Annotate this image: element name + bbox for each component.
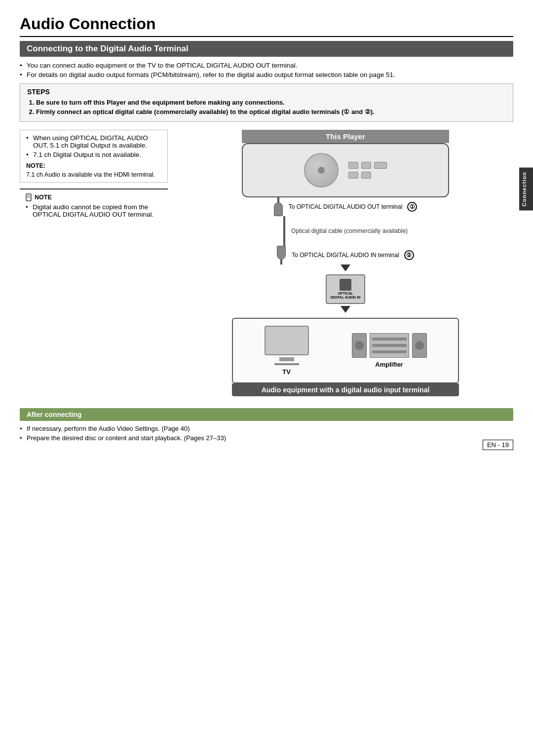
amp-row-1 xyxy=(372,338,407,340)
amp-row-3 xyxy=(372,350,407,353)
diagram-center: To OPTICAL DIGITAL AUDIO OUT terminal ① … xyxy=(274,197,418,313)
port-2 xyxy=(361,162,371,169)
doc-icon xyxy=(26,193,33,201)
cable-middle-col xyxy=(283,216,285,246)
optical-in-row: To OPTICAL DIGITAL AUDIO IN terminal ② xyxy=(277,246,414,265)
cable-middle: Optical digital cable (commercially avai… xyxy=(283,216,408,246)
tv-device: TV xyxy=(265,326,309,376)
port-hdmi xyxy=(374,162,387,169)
optical-out-label: To OPTICAL DIGITAL AUDIO OUT terminal xyxy=(289,203,403,210)
after-connecting-bullet-1: If necessary, perform the Audio Video Se… xyxy=(20,425,513,432)
step-2: Firmly connect an optical digital cable … xyxy=(36,108,506,115)
amplifier-device: Amplifier xyxy=(352,333,427,368)
note2-title: NOTE xyxy=(26,193,162,201)
steps-title: STEPS xyxy=(27,88,506,96)
port-3 xyxy=(348,172,358,179)
amp-group xyxy=(352,333,427,358)
note2-title-text: NOTE xyxy=(35,194,52,201)
note1-bullet-1: When using OPTICAL DIGITAL AUDIO OUT, 5.… xyxy=(26,134,161,149)
audio-equip-box: TV Amplifier xyxy=(232,318,459,383)
content-row: When using OPTICAL DIGITAL AUDIO OUT, 5.… xyxy=(20,130,513,396)
after-connecting-header: After connecting xyxy=(20,408,513,421)
steps-list: Be sure to turn off this Player and the … xyxy=(27,99,506,115)
cable-top xyxy=(274,197,283,216)
intro-bullet-2: For details on digital audio output form… xyxy=(20,71,513,78)
tv-stand xyxy=(279,357,294,361)
amp-label: Amplifier xyxy=(375,361,403,368)
connector-plug-bottom xyxy=(277,246,286,260)
note-box-1: When using OPTICAL DIGITAL AUDIO OUT, 5.… xyxy=(20,130,168,183)
note1-bullets: When using OPTICAL DIGITAL AUDIO OUT, 5.… xyxy=(26,134,161,158)
player-device xyxy=(242,143,449,197)
page: Audio Connection Connecting to the Digit… xyxy=(0,0,533,458)
intro-bullets: You can connect audio equipment or the T… xyxy=(20,62,513,78)
player-ports xyxy=(348,162,387,179)
note2-bullet-1: Digital audio cannot be copied from the … xyxy=(26,203,162,218)
page-num-text: EN - 19 xyxy=(483,440,513,450)
port-1 xyxy=(348,162,358,169)
disc-center xyxy=(318,167,325,174)
note1-bullet-2: 7.1 ch Digital Output is not available. xyxy=(26,151,161,158)
amp-unit xyxy=(370,333,409,358)
note-box-2: NOTE Digital audio cannot be copied from… xyxy=(20,189,168,218)
cable-label-text: Optical digital cable (commercially avai… xyxy=(291,227,408,234)
cable-bottom-col xyxy=(277,246,286,265)
player-inner xyxy=(304,153,387,188)
player-label: This Player xyxy=(242,130,449,143)
page-number: EN - 19 xyxy=(483,441,513,449)
optical-out-annotation: To OPTICAL DIGITAL AUDIO OUT terminal ① xyxy=(289,202,418,212)
tv-label: TV xyxy=(282,368,291,376)
optical-in-annotation: To OPTICAL DIGITAL AUDIO IN terminal ② xyxy=(292,250,414,260)
optical-in-label: To OPTICAL DIGITAL AUDIO IN terminal xyxy=(292,252,399,259)
circle-num-1: ① xyxy=(407,202,417,212)
amp-row-2 xyxy=(372,344,407,347)
speaker-left xyxy=(352,333,367,358)
annotation-1-row: To OPTICAL DIGITAL AUDIO OUT terminal ① xyxy=(289,202,418,212)
odi-label: OPTICALDIGITAL AUDIO IN xyxy=(331,292,361,299)
speaker-right xyxy=(412,333,427,358)
annotation-2-row: To OPTICAL DIGITAL AUDIO IN terminal ② xyxy=(292,250,414,260)
intro-bullet-1: You can connect audio equipment or the T… xyxy=(20,62,513,69)
after-connecting-bullet-2: Prepare the desired disc or content and … xyxy=(20,434,513,442)
sidebar-connection-tab: Connection xyxy=(519,168,533,211)
step-1: Be sure to turn off this Player and the … xyxy=(36,99,506,106)
connector-plug-top xyxy=(274,202,283,216)
cable-label: Optical digital cable (commercially avai… xyxy=(291,227,408,234)
note1-title: NOTE: xyxy=(26,162,161,169)
cable-line-mid xyxy=(283,216,285,246)
disc-illustration xyxy=(304,153,339,188)
after-connecting-bullets: If necessary, perform the Audio Video Se… xyxy=(20,425,513,442)
port-row-2 xyxy=(348,172,371,179)
right-diagram: This Player xyxy=(178,130,513,396)
left-notes: When using OPTICAL DIGITAL AUDIO OUT, 5.… xyxy=(20,130,168,396)
arrow-down-2 xyxy=(341,306,350,313)
port-4 xyxy=(361,172,371,179)
arrow-down xyxy=(341,265,350,271)
circle-num-2: ② xyxy=(404,250,414,260)
port-row-1 xyxy=(348,162,387,169)
tv-screen xyxy=(265,326,309,355)
note2-bullets: Digital audio cannot be copied from the … xyxy=(26,203,162,218)
page-title: Audio Connection xyxy=(20,15,513,37)
optical-out-row: To OPTICAL DIGITAL AUDIO OUT terminal ① xyxy=(274,197,418,216)
note1-text: 7.1 ch Audio is available via the HDMI t… xyxy=(26,171,161,178)
audio-equip-label: Audio equipment with a digital audio inp… xyxy=(232,383,459,396)
after-connecting-section: After connecting If necessary, perform t… xyxy=(20,408,513,442)
cable-bottom-line xyxy=(280,260,282,265)
optical-digital-in-box: OPTICALDIGITAL AUDIO IN xyxy=(326,274,365,304)
odi-port xyxy=(340,279,351,291)
section-header: Connecting to the Digital Audio Terminal xyxy=(20,41,513,57)
tv-base xyxy=(274,363,299,365)
cable-top-line xyxy=(277,197,279,202)
steps-box: STEPS Be sure to turn off this Player an… xyxy=(20,83,513,122)
